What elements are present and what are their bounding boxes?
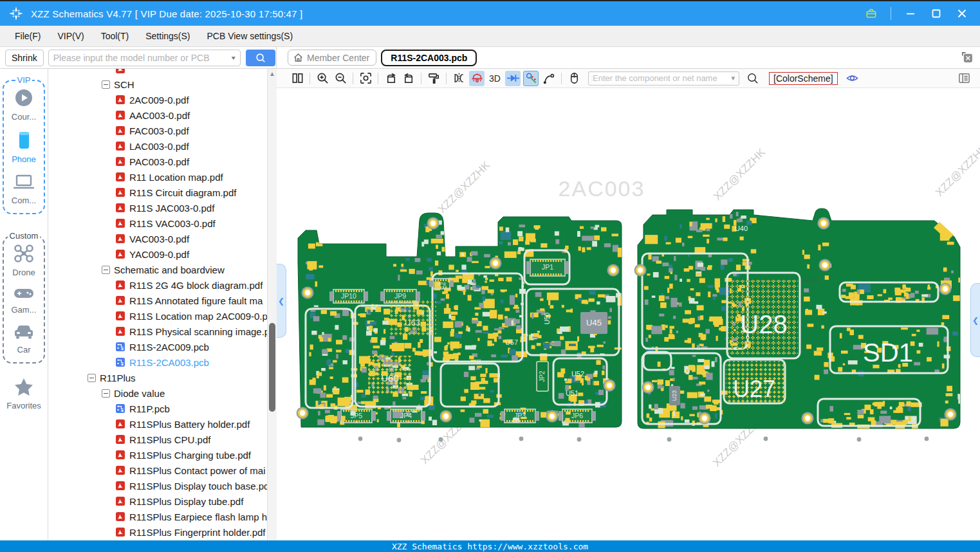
tree-row-r11s-annotated-figure-fault-ma[interactable]: R11S Annotated figure fault ma [48, 293, 267, 308]
tree-row-schematic-and-boardview[interactable]: Schematic and boardview [48, 262, 267, 277]
svg-text:JP8: JP8 [437, 281, 446, 287]
tree-row-r11splus-charging-tube-pdf[interactable]: R11SPlus Charging tube.pdf [48, 447, 267, 463]
close-all-tabs-icon[interactable] [960, 50, 974, 66]
tree-row-r11s-location-map-2ac009-0-p[interactable]: R11S Location map 2AC009-0.p [48, 308, 267, 324]
rail-item-phone[interactable]: Phone [12, 130, 36, 164]
rail-item-drone[interactable]: Drone [12, 243, 35, 277]
model-search-combo[interactable]: ▾ [48, 50, 241, 66]
rail-item-com[interactable]: Com... [12, 172, 36, 205]
tree-row-r11splus-battery-holder-pdf[interactable]: R11SPlus Battery holder.pdf [48, 416, 267, 432]
minimize-button[interactable] [904, 7, 917, 20]
svg-text:U57: U57 [505, 338, 518, 346]
tree-row-r11s-jac003-0-pdf[interactable]: R11S JAC003-0.pdf [48, 200, 267, 216]
pcb-viewer: 3D ▾ [ColorScheme] [277, 69, 980, 540]
tree-row-vac003-0-pdf[interactable]: VAC003-0.pdf [48, 231, 267, 246]
tree-row-clipped[interactable] [48, 69, 267, 77]
model-search-input[interactable] [53, 53, 232, 63]
tree-expander-icon[interactable] [102, 266, 110, 274]
tree-row-r11plus[interactable]: R11Plus [48, 370, 267, 385]
menu-item-pcb-view-settings[interactable]: PCB View settings(S) [198, 28, 301, 44]
tree-row-r11splus-fingerprint-holder-pdf[interactable]: R11SPlus Fingerprint holder.pdf [48, 524, 267, 540]
menu-item-tool[interactable]: Tool(T) [93, 28, 138, 44]
svg-text:XZZ@XZZHK: XZZ@XZZHK [711, 146, 768, 203]
rail-group-label: Custom [8, 231, 41, 241]
chevron-down-icon[interactable]: ▾ [731, 74, 735, 82]
paint-roller-icon[interactable] [426, 71, 441, 86]
curve-icon[interactable] [541, 71, 557, 86]
rotate-left-icon[interactable] [383, 71, 398, 86]
tab-pcb-file[interactable]: R11S-2CA003.pcb [381, 50, 477, 66]
tree-row-r11-location-map-pdf[interactable]: R11 Location map.pdf [48, 169, 267, 185]
component-search-combo[interactable]: ▾ [588, 71, 739, 86]
tree-row-yac009-0-pdf[interactable]: YAC009-0.pdf [48, 246, 267, 262]
tree-expander-icon[interactable] [88, 374, 96, 382]
fit-screen-icon[interactable] [358, 71, 373, 86]
maximize-button[interactable] [930, 7, 943, 20]
tree-row-r11s-2g-4g-block-diagram-pdf[interactable]: R11S 2G 4G block diagram.pdf [48, 277, 267, 293]
tree-row-r11s-vac003-0-pdf[interactable]: R11S VAC003-0.pdf [48, 216, 267, 231]
rail-item-car[interactable]: Car [13, 323, 35, 354]
component-search-input[interactable] [593, 73, 731, 83]
tree-row-r11splus-contact-power-of-mai[interactable]: R11SPlus Contact power of mai [48, 463, 267, 478]
pcb-board-drawing: 2AC003XZZ@XZZHKXZZ@XZZHKXZZ@XZZHKXZZ@XZZ… [277, 88, 980, 540]
component-search-icon[interactable] [744, 71, 760, 86]
tree-row-r11splus-display-tube-pdf[interactable]: R11SPlus Display tube.pdf [48, 493, 267, 509]
license-icon[interactable] [865, 7, 878, 20]
pdf-file-icon [115, 218, 125, 228]
menu-item-vip[interactable]: VIP(V) [49, 28, 92, 44]
rail-item-cour[interactable]: Cour... [12, 87, 36, 122]
model-search-button[interactable] [246, 50, 275, 66]
zoom-out-icon[interactable] [333, 71, 348, 86]
scroll-up-icon[interactable]: ▲ [268, 70, 277, 77]
tree-row-r11splus-display-touch-base-pd[interactable]: R11SPlus Display touch base.pd [48, 478, 267, 493]
diode-icon[interactable] [505, 71, 521, 86]
shrink-button[interactable]: Shrink [5, 50, 44, 66]
tree-row-fac003-0-pdf[interactable]: FAC003-0.pdf [48, 123, 267, 138]
tree-row-r11p-pcb[interactable]: R11P.pcb [48, 401, 267, 416]
app-logo-icon [8, 5, 24, 22]
tree-row-2ac009-0-pdf[interactable]: 2AC009-0.pdf [48, 92, 267, 107]
tree-row-lac003-0-pdf[interactable]: LAC003-0.pdf [48, 138, 267, 154]
tree-scrollbar[interactable]: ▲ [267, 69, 277, 540]
pdf-file-icon [115, 234, 125, 244]
tree-expander-icon[interactable] [102, 80, 110, 89]
svg-text:U52: U52 [571, 370, 584, 378]
tree-row-r11splus-cpu-pdf[interactable]: R11SPlus CPU.pdf [48, 432, 267, 447]
tree-row-pac003-0-pdf[interactable]: PAC003-0.pdf [48, 154, 267, 169]
member-center-button[interactable]: Member Center [288, 50, 376, 66]
panel-list-icon[interactable] [957, 71, 971, 87]
pcb-canvas[interactable]: ❮ ❮ 2AC003XZZ@XZZHKXZZ@XZZHKXZZ@XZZHKXZZ… [277, 88, 980, 540]
tree-row-r11s-circuit-diagram-pdf[interactable]: R11S Circuit diagram.pdf [48, 185, 267, 200]
tree-row-diode-value[interactable]: Diode value [48, 385, 267, 401]
tree-row-r11s-2ac009-pcb[interactable]: R11S-2AC009.pcb [48, 339, 267, 354]
visibility-eye-icon[interactable] [846, 71, 859, 85]
svg-text:U23: U23 [671, 391, 678, 401]
measure-icon[interactable] [523, 71, 539, 86]
svg-text:JP6: JP6 [571, 412, 583, 419]
menu-item-settings[interactable]: Settings(S) [137, 28, 198, 44]
mirror-flip-icon[interactable] [451, 71, 467, 86]
tree-row-r11s-2ca003-pcb[interactable]: R11S-2CA003.pcb [48, 354, 267, 370]
three-d-icon[interactable]: 3D [487, 71, 503, 86]
tree-row-aac003-0-pdf[interactable]: AAC003-0.pdf [48, 107, 267, 123]
rail-item-gam[interactable]: Gam... [11, 286, 36, 315]
svg-text:JP3: JP3 [514, 412, 526, 419]
play-circle-icon [14, 87, 34, 111]
split-view-icon[interactable] [290, 71, 305, 86]
zoom-in-icon[interactable] [315, 71, 330, 86]
rotate-right-icon[interactable] [401, 71, 416, 86]
rail-item-favorites[interactable]: Favorites [0, 378, 48, 410]
tree-row-r11s-physical-scanning-image-p[interactable]: R11S Physical scanning image.p [48, 324, 267, 339]
pdf-file-icon [115, 465, 125, 475]
menu-item-file[interactable]: File(F) [6, 28, 49, 44]
toolbar-separator [378, 73, 378, 84]
mouse-icon[interactable] [566, 71, 582, 86]
tree-expander-icon[interactable] [102, 389, 110, 398]
close-button[interactable] [956, 7, 968, 20]
chevron-down-icon[interactable]: ▾ [232, 54, 236, 61]
colorscheme-button[interactable]: [ColorScheme] [769, 72, 838, 85]
tree-row-sch[interactable]: SCH [48, 77, 267, 92]
tree-scrollbar-thumb[interactable] [269, 323, 275, 412]
tree-row-r11splus-earpiece-flash-lamp-h[interactable]: R11SPlus Earpiece flash lamp h [48, 509, 267, 524]
lamp-icon[interactable] [469, 71, 485, 86]
